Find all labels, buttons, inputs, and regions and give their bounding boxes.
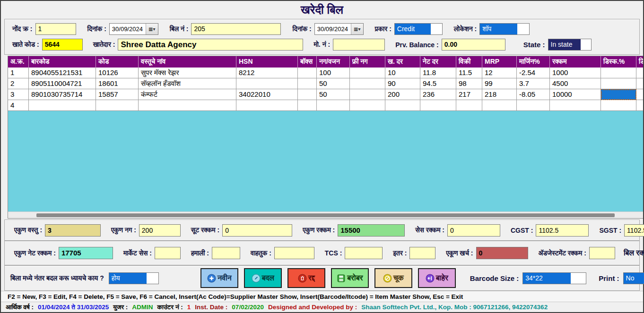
market-cess-input[interactable] (155, 247, 181, 259)
date2-picker[interactable]: 30/09/2024 ▦▾ (314, 23, 364, 35)
column-header[interactable]: बॉक्स (298, 56, 317, 68)
total-items-input[interactable]: 3 (45, 224, 101, 237)
other-input[interactable] (409, 247, 435, 259)
column-header[interactable]: रक्कम (550, 56, 601, 68)
table-cell[interactable] (29, 100, 96, 111)
table-cell[interactable] (236, 78, 298, 89)
table-cell[interactable] (385, 100, 420, 111)
table-cell[interactable] (636, 78, 643, 89)
table-cell[interactable]: 50 (317, 78, 350, 89)
table-cell[interactable]: -8.05 (517, 89, 550, 100)
table-cell[interactable]: सॅव्हलॉन हँडवॉश (139, 78, 236, 89)
table-cell[interactable] (350, 100, 385, 111)
table-cell[interactable]: 10 (385, 68, 420, 78)
column-header[interactable]: डि (636, 56, 643, 68)
prv-balance-input[interactable]: 0.00 (442, 39, 505, 51)
new-button[interactable]: नवीन (200, 268, 238, 288)
table-cell[interactable]: 15857 (96, 89, 139, 100)
table-cell[interactable] (298, 100, 317, 111)
table-cell[interactable]: 11.8 (420, 68, 456, 78)
table-cell[interactable]: 217 (456, 89, 482, 100)
exit-button[interactable]: बाहेर (418, 268, 456, 288)
table-cell[interactable] (420, 100, 456, 111)
type-dropdown[interactable]: Credit (394, 23, 443, 35)
table-cell[interactable] (601, 89, 636, 100)
date1-picker[interactable]: 30/09/2024 ▦▾ (109, 23, 158, 35)
total-amount-input[interactable]: 15500 (338, 224, 405, 237)
bill-no-input[interactable]: 205 (191, 23, 281, 35)
table-cell[interactable] (550, 100, 601, 111)
table-cell[interactable]: 8212 (236, 68, 298, 78)
table-cell[interactable]: 4 (8, 100, 29, 111)
cess-amount-input[interactable]: 0 (447, 224, 500, 237)
column-header[interactable]: HSN (236, 56, 298, 68)
table-cell[interactable]: 218 (482, 89, 517, 100)
calendar-dropdown-icon[interactable]: ▦▾ (351, 24, 363, 34)
table-cell[interactable] (601, 100, 636, 111)
table-cell[interactable]: 90 (385, 78, 420, 89)
table-cell[interactable] (298, 68, 317, 78)
table-cell[interactable]: 4500 (550, 78, 601, 89)
table-cell[interactable] (636, 89, 643, 100)
table-cell[interactable]: 94.5 (420, 78, 456, 89)
table-cell[interactable] (636, 100, 643, 111)
table-cell[interactable] (350, 68, 385, 78)
column-header[interactable]: मार्जिन% (517, 56, 550, 68)
column-header[interactable]: नेट दर (420, 56, 456, 68)
table-cell[interactable] (298, 89, 317, 100)
column-header[interactable]: नग/वजन (317, 56, 350, 68)
table-cell[interactable]: 3.7 (517, 78, 550, 89)
cancel-button[interactable]: चूक (374, 268, 412, 288)
table-cell[interactable] (350, 78, 385, 89)
table-cell[interactable]: 18601 (96, 78, 139, 89)
table-cell[interactable]: 34022010 (236, 89, 298, 100)
table-cell[interactable]: 99 (482, 78, 517, 89)
column-header[interactable]: वस्तूचे नांव (139, 56, 236, 68)
delete-button[interactable]: रद्द (287, 268, 325, 288)
table-cell[interactable]: 3 (8, 89, 29, 100)
transport-input[interactable] (274, 247, 314, 259)
cgst-input[interactable]: 1102.5 (536, 224, 589, 237)
table-cell[interactable] (517, 100, 550, 111)
table-cell[interactable] (601, 68, 636, 78)
table-cell[interactable] (350, 89, 385, 100)
table-cell[interactable]: 10126 (96, 68, 139, 78)
column-header[interactable]: विक्री (456, 56, 482, 68)
column-header[interactable]: ख. दर (385, 56, 420, 68)
table-cell[interactable] (96, 100, 139, 111)
location-dropdown[interactable]: शॉप (479, 23, 530, 35)
table-cell[interactable]: -2.54 (517, 68, 550, 78)
entry-no-input[interactable]: 1 (35, 23, 76, 35)
table-cell[interactable]: 2 (8, 78, 29, 89)
table-cell[interactable]: 236 (420, 89, 456, 100)
table-cell[interactable]: सुपर मॅक्स रेझर (139, 68, 236, 78)
edit-button[interactable]: बदल (244, 268, 282, 288)
table-cell[interactable]: 50 (317, 89, 350, 100)
table-cell[interactable]: 8905110004721 (29, 78, 96, 89)
table-cell[interactable]: 8901030735714 (29, 89, 96, 100)
total-net-amount-input[interactable]: 17705 (59, 247, 113, 259)
total-expense-input[interactable]: 0 (476, 247, 528, 259)
total-qty-input[interactable]: 200 (139, 224, 181, 237)
table-cell[interactable] (139, 100, 236, 111)
table-cell[interactable] (482, 100, 517, 111)
table-cell[interactable] (601, 78, 636, 89)
table-cell[interactable] (298, 78, 317, 89)
column-header[interactable]: MRP (482, 56, 517, 68)
table-cell[interactable]: 12 (482, 68, 517, 78)
mobile-input[interactable] (333, 39, 385, 51)
print-dropdown[interactable]: No (623, 272, 644, 284)
column-header[interactable]: बारकोड (29, 56, 96, 68)
calendar-dropdown-icon[interactable]: ▦▾ (146, 24, 158, 34)
table-cell[interactable] (236, 100, 298, 111)
table-cell[interactable]: 98 (456, 78, 482, 89)
table-cell[interactable]: 1 (8, 68, 29, 78)
scrollbar-thumb[interactable] (36, 213, 614, 217)
horizontal-scrollbar[interactable] (8, 211, 643, 218)
column-header[interactable]: कोड (96, 56, 139, 68)
save-button[interactable]: बरोबर (331, 268, 369, 288)
table-cell[interactable] (317, 100, 350, 111)
edit-later-dropdown[interactable]: होय (109, 272, 159, 284)
table-cell[interactable]: कंम्फर्ट (139, 89, 236, 100)
column-header[interactable]: अ.क्र. (8, 56, 29, 68)
